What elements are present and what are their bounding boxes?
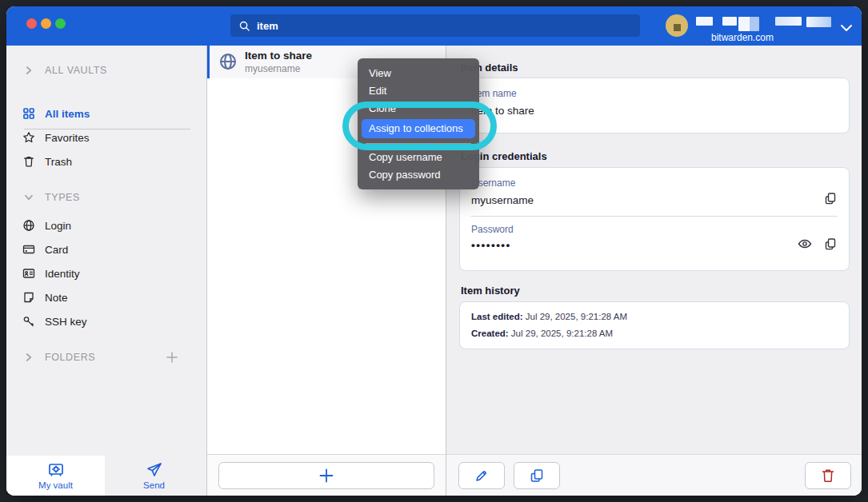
id-card-icon xyxy=(22,267,35,280)
redacted-account-text xyxy=(806,17,831,27)
add-folder-button[interactable] xyxy=(165,350,179,365)
menu-item-edit[interactable]: Edit xyxy=(358,82,479,100)
plus-icon xyxy=(318,467,335,484)
grid-icon xyxy=(22,107,35,120)
tab-my-vault[interactable]: My vault xyxy=(6,456,105,496)
tab-label: Send xyxy=(143,480,165,490)
search-value: item xyxy=(257,20,278,32)
types-header[interactable]: TYPES xyxy=(6,186,206,209)
chevron-right-icon xyxy=(22,351,35,364)
note-icon xyxy=(22,291,35,304)
edit-item-button[interactable] xyxy=(458,462,505,489)
all-vaults-header[interactable]: ALL VAULTS xyxy=(6,59,206,82)
close-window-button[interactable] xyxy=(26,18,37,29)
menu-separator xyxy=(366,143,471,144)
details-footer xyxy=(446,454,862,496)
tab-send[interactable]: Send xyxy=(105,456,203,496)
created-line: Created: Jul 29, 2025, 9:21:28 AM xyxy=(471,329,613,338)
avatar[interactable] xyxy=(666,14,688,37)
sidebar-item-favorites[interactable]: Favorites xyxy=(6,126,206,149)
sidebar-item-card[interactable]: Card xyxy=(6,238,206,261)
item-subtitle: myusername xyxy=(245,63,300,74)
menu-item-copy-password[interactable]: Copy password xyxy=(358,166,479,184)
sidebar-item-note[interactable]: Note xyxy=(6,286,206,309)
credit-card-icon xyxy=(22,243,35,256)
redacted-account-text xyxy=(722,17,737,26)
last-edited-label: Last edited: xyxy=(471,312,523,321)
chevron-down-icon xyxy=(22,191,35,204)
avatar-identicon xyxy=(674,24,681,31)
password-label: Password xyxy=(471,224,514,235)
copy-password-icon[interactable] xyxy=(823,237,838,251)
sidebar-item-label: Login xyxy=(45,220,71,232)
item-history-card: Last edited: Jul 29, 2025, 9:21:28 AM Cr… xyxy=(459,301,850,349)
context-menu: View Edit Clone Assign to collections Co… xyxy=(358,58,479,189)
bitwarden-window: item bitwarden.com ALL VAULTS All items … xyxy=(6,6,862,496)
created-value: Jul 29, 2025, 9:21:28 AM xyxy=(511,329,613,338)
globe-icon xyxy=(22,219,35,232)
sidebar-item-label: Identity xyxy=(45,268,80,280)
redacted-account-text xyxy=(775,17,802,26)
sidebar-item-login[interactable]: Login xyxy=(6,214,206,237)
trash-icon xyxy=(22,155,35,168)
redacted-account-text xyxy=(738,17,759,31)
folders-label: FOLDERS xyxy=(45,352,95,363)
types-label: TYPES xyxy=(45,192,80,203)
add-item-button[interactable] xyxy=(218,462,434,489)
all-vaults-label: ALL VAULTS xyxy=(45,65,107,76)
item-history-heading: Item history xyxy=(461,285,520,297)
credentials-card: Username myusername Password •••••••• xyxy=(459,167,850,271)
item-name-value: Item to share xyxy=(471,105,534,117)
zoom-window-button[interactable] xyxy=(55,18,66,29)
chevron-right-icon xyxy=(22,64,35,77)
sidebar-item-label: SSH key xyxy=(45,316,87,328)
sidebar-item-ssh-key[interactable]: SSH key xyxy=(6,310,206,333)
username-value: myusername xyxy=(471,194,534,206)
item-name-card: Item name Item to share xyxy=(459,78,850,133)
star-icon xyxy=(22,131,35,144)
redacted-account-text xyxy=(696,17,713,26)
last-edited-line: Last edited: Jul 29, 2025, 9:21:28 AM xyxy=(471,312,627,321)
folders-header[interactable]: FOLDERS xyxy=(6,346,206,369)
key-icon xyxy=(22,315,35,328)
trash-icon xyxy=(820,468,836,484)
menu-item-copy-username[interactable]: Copy username xyxy=(358,149,479,166)
tab-label: My vault xyxy=(38,480,73,490)
pencil-icon xyxy=(474,468,490,484)
menu-item-clone[interactable]: Clone xyxy=(358,100,479,118)
clone-item-button[interactable] xyxy=(514,462,560,489)
minimize-window-button[interactable] xyxy=(41,18,51,29)
toggle-password-visibility-icon[interactable] xyxy=(798,237,812,251)
copy-icon xyxy=(529,468,545,484)
sidebar-item-label: Card xyxy=(45,244,68,256)
sidebar-item-label: Note xyxy=(45,292,68,304)
item-details-panel: Item details Item name Item to share Log… xyxy=(446,46,862,496)
menu-item-view[interactable]: View xyxy=(358,65,479,82)
list-footer xyxy=(207,454,446,496)
sidebar-item-all-items[interactable]: All items xyxy=(6,102,206,125)
created-label: Created: xyxy=(471,329,509,338)
search-input[interactable]: item xyxy=(230,14,640,37)
item-title: Item to share xyxy=(245,50,312,62)
copy-username-icon[interactable] xyxy=(823,191,838,205)
sidebar: ALL VAULTS All items Favorites Trash TYP… xyxy=(6,46,206,496)
sidebar-footer: My vault Send xyxy=(6,456,206,496)
sidebar-item-label: Trash xyxy=(45,156,72,168)
sidebar-item-label: Favorites xyxy=(45,132,90,144)
sidebar-item-identity[interactable]: Identity xyxy=(6,262,206,285)
globe-icon xyxy=(218,52,238,71)
password-mask: •••••••• xyxy=(471,239,511,251)
divider xyxy=(471,216,838,217)
delete-item-button[interactable] xyxy=(805,462,851,489)
server-label: bitwarden.com xyxy=(711,32,774,43)
menu-item-assign-to-collections[interactable]: Assign to collections xyxy=(362,119,475,138)
chevron-down-icon[interactable] xyxy=(839,23,854,33)
titlebar: item bitwarden.com xyxy=(6,6,862,46)
last-edited-value: Jul 29, 2025, 9:21:28 AM xyxy=(526,312,627,321)
vault-icon xyxy=(47,461,65,479)
sidebar-item-trash[interactable]: Trash xyxy=(6,150,206,173)
search-icon xyxy=(238,20,250,32)
send-icon xyxy=(146,461,163,479)
sidebar-item-label: All items xyxy=(45,108,90,120)
